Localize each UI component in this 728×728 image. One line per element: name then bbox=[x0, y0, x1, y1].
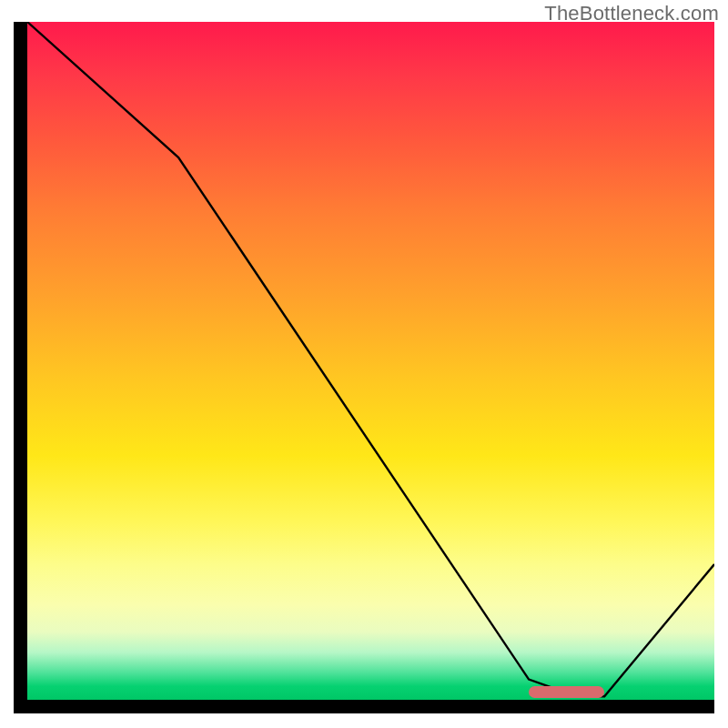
chart-frame bbox=[14, 22, 714, 713]
optimal-range-marker bbox=[529, 686, 604, 698]
chart-plot-area bbox=[27, 22, 714, 700]
bottleneck-curve bbox=[27, 22, 714, 696]
curve-svg bbox=[27, 22, 714, 700]
